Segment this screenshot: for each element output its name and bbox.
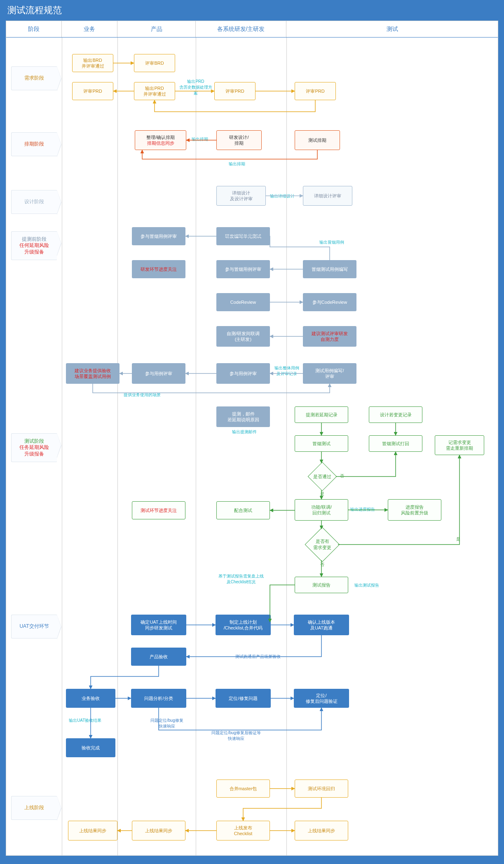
phase-launch: 上线阶段 — [11, 796, 57, 820]
l-uatflow: 测试跑通后产品场景验收 — [235, 654, 281, 660]
n-uat-time: 确定UAT上线时间同步研发测试 — [131, 615, 186, 635]
swimlane-header: 阶段 业务 产品 各系统研发/主研发 测试 — [6, 21, 498, 38]
l-sched1: 输出排期 — [192, 136, 208, 142]
n-sync1: 上线结果同步 — [68, 821, 117, 841]
n-rbrd: 评审BRD — [134, 54, 175, 72]
phase-sched: 排期阶段 — [11, 132, 57, 156]
page-title: 测试流程规范 — [7, 4, 62, 16]
n-accept-done: 验收完成 — [66, 738, 115, 757]
n-unit: 研发编写单元测试 — [216, 227, 270, 245]
n-submit: 提测，邮件若延期说明原因 — [216, 406, 270, 427]
l-yes2: 是 — [456, 536, 460, 542]
l-fixfast: 问题定位/bug修复快速响应 — [142, 718, 192, 729]
phase-test: 测试阶段任务延期风险升级报备 — [11, 433, 57, 462]
l-smoke: 输出冒烟用例 — [319, 239, 344, 245]
n-selftest: 自测/研发间联调(主研发) — [216, 326, 270, 347]
l-case: 输出整体用例及评审记录 — [272, 365, 302, 377]
phase-design: 设计阶段 — [11, 190, 57, 214]
col-dev: 各系统研发/主研发 — [196, 21, 286, 37]
n-reqchg: 记需求变更需走重新排期 — [435, 435, 484, 455]
n-fix: 定位/修复问题 — [216, 689, 271, 708]
n-delay-rec: 提测若延期记录 — [295, 406, 348, 423]
l-design: 输出详细设计 — [270, 193, 295, 199]
n-issue: 问题分析/分类 — [131, 689, 186, 708]
n-sched-confirm: 整理/确认排期排期信息同步 — [135, 130, 186, 150]
l-sched2: 输出排期 — [229, 161, 245, 167]
n-bizcase: 建议业务提供验收场景覆盖测试用例 — [66, 363, 120, 384]
n-launch-ck: 上线发布Checklist — [216, 821, 270, 841]
n-fixtest: 配合测试 — [216, 501, 270, 519]
n-smokewrite: 冒烟测试用例编写 — [303, 260, 356, 278]
watermark: 慕课 — [0, 859, 9, 864]
n-design-rev: 详细设计评审 — [303, 186, 352, 206]
n-progress: 进度报告风险前置升级 — [388, 499, 441, 521]
n-smokeback: 冒烟测试打回 — [369, 435, 422, 452]
n-biz-accept: 业务验收 — [66, 689, 115, 708]
col-prod: 产品 — [117, 21, 196, 37]
n-prod-accept: 产品验收 — [131, 648, 186, 666]
l-submit: 输出提测邮件 — [232, 429, 257, 435]
n-merge: 合并master包 — [216, 779, 270, 798]
l-uatres: 输出UAT验收结果 — [69, 718, 101, 723]
n-smokerev: 参与冒烟用例评审 — [132, 227, 185, 245]
n-test-sched: 测试排期 — [295, 130, 340, 150]
l-prd: 输出PRD含历史数据处理方案 — [179, 79, 212, 96]
l-report: 输出测试报告 — [354, 582, 379, 588]
n-dev-sched: 研发设计/排期 — [216, 130, 262, 150]
l-yes: 是 — [320, 491, 324, 497]
phase-uat: UAT交付环节 — [11, 615, 57, 639]
n-cr: CodeReview — [216, 293, 270, 311]
phase-pretest: 提测前阶段任何延期风险升级报备 — [11, 231, 57, 260]
d-pass: 是否通过 — [308, 462, 337, 491]
l-no2: 否 — [320, 562, 324, 568]
n-dev-focus: 研发环节进度关注 — [132, 260, 185, 278]
n-design: 详细设计及设计评审 — [216, 186, 266, 206]
col-biz: 业务 — [62, 21, 117, 37]
n-smoketest: 冒烟测试 — [295, 435, 348, 452]
l-basecheck: 基于测试报告需复盘上线及Checklist情况 — [212, 573, 270, 585]
diagram-area: 阶段 业务 产品 各系统研发/主研发 测试 需求阶段 排期阶段 设计阶段 提测前… — [6, 21, 498, 856]
n-crpart: 参与CodeReview — [303, 293, 356, 311]
l-bizcase: 提供业务使用的场景 — [124, 392, 161, 398]
n-fixverify: 定位/修复后问题验证 — [294, 689, 349, 708]
n-uat-plan: 制定上线计划/Checklist,合并代码 — [216, 615, 271, 635]
n-sync2: 上线结果同步 — [132, 821, 185, 841]
l-prog: 输出进度报告 — [350, 507, 375, 512]
l-no: 否 — [340, 473, 344, 479]
l-verifyfast: 问题定位/bug修复后验证等快速响应 — [203, 730, 269, 742]
n-rprd-d: 评审PRD — [214, 82, 256, 100]
n-test-focus: 测试环节进度关注 — [132, 501, 185, 519]
n-design-chg: 设计若变更记录 — [369, 406, 422, 423]
n-rprd-b: 评审PRD — [72, 82, 113, 100]
n-caserev2: 参与用例评审 — [216, 363, 270, 384]
col-phase: 阶段 — [6, 21, 62, 37]
col-test: 测试 — [286, 21, 498, 37]
n-rprd-t: 评审PRD — [295, 82, 336, 100]
n-smokerev2: 参与冒烟用例评审 — [216, 260, 270, 278]
n-prd: 输出PRD并评审通过 — [134, 82, 175, 100]
n-casewrite: 测试用例编写/评审 — [303, 363, 356, 384]
n-sync3: 上线结果同步 — [295, 821, 348, 841]
phase-req: 需求阶段 — [11, 66, 57, 90]
d-chg: 是否有需求变更 — [305, 527, 340, 562]
n-suggest-self: 建议测试评审研发自测力度 — [303, 326, 356, 347]
n-regress: 测试环境回归 — [295, 779, 348, 798]
n-functest: 功能/联调/回归测试 — [295, 499, 348, 521]
n-report: 测试报告 — [295, 577, 348, 593]
swimlanes-body: 需求阶段 排期阶段 设计阶段 提测前阶段任何延期风险升级报备 测试阶段任务延期风… — [6, 38, 498, 855]
n-brd: 输出BRD并评审通过 — [72, 54, 113, 72]
n-uat-ver: 确认上线版本及UAT跑通 — [294, 615, 349, 635]
n-caserev1: 参与用例评审 — [132, 363, 185, 384]
